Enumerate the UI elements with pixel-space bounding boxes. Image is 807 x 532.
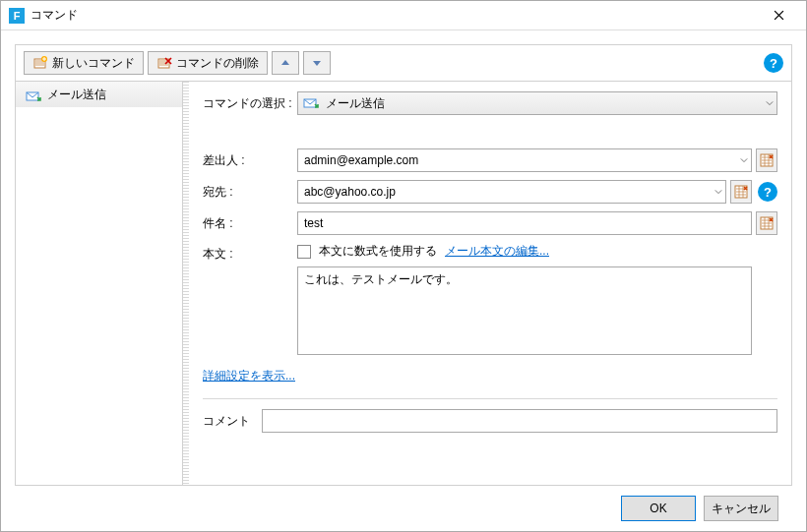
formula-icon xyxy=(760,153,774,167)
subject-formula-button[interactable] xyxy=(756,211,777,235)
formula-icon xyxy=(760,216,774,230)
footer: OK キャンセル xyxy=(15,486,792,521)
to-wrap xyxy=(297,180,726,204)
help-icon: ? xyxy=(764,185,772,200)
advanced-row: 詳細設定を表示... xyxy=(203,368,777,384)
comment-label: コメント xyxy=(203,413,262,430)
edit-body-link[interactable]: メール本文の編集... xyxy=(445,243,549,260)
sidebar-item-mail-send[interactable]: メール送信 xyxy=(16,82,182,107)
titlebar: F コマンド xyxy=(1,1,806,30)
fields-block: 差出人 : 宛先 : xyxy=(203,148,777,433)
body-textarea[interactable] xyxy=(297,266,752,355)
to-label: 宛先 : xyxy=(203,184,297,201)
command-select[interactable] xyxy=(297,91,777,115)
arrow-up-icon xyxy=(280,58,290,68)
separator xyxy=(203,398,777,399)
comment-row: コメント xyxy=(203,409,777,433)
sidebar: メール送信 xyxy=(16,82,183,485)
inner-panel: 新しいコマンド コマンドの削除 ? xyxy=(15,44,792,486)
delete-command-label: コマンドの削除 xyxy=(176,55,259,72)
close-button[interactable] xyxy=(759,2,798,30)
help-button[interactable]: ? xyxy=(764,53,783,73)
from-wrap xyxy=(297,148,752,172)
main-panel: コマンドの選択 : 差出人 xyxy=(189,82,791,485)
content-area: 新しいコマンド コマンドの削除 ? xyxy=(1,30,806,531)
new-command-icon xyxy=(32,55,48,71)
subject-row: 件名 : xyxy=(203,211,777,235)
to-help-button[interactable]: ? xyxy=(758,182,777,202)
body-split: メール送信 コマンドの選択 : xyxy=(16,81,791,485)
command-select-label: コマンドの選択 : xyxy=(203,95,297,112)
help-icon: ? xyxy=(770,56,777,71)
new-command-button[interactable]: 新しいコマンド xyxy=(24,51,144,75)
use-formula-label: 本文に数式を使用する xyxy=(319,243,437,260)
move-down-button[interactable] xyxy=(303,51,331,75)
command-select-wrap xyxy=(297,91,777,115)
advanced-link[interactable]: 詳細設定を表示... xyxy=(203,369,295,383)
app-icon: F xyxy=(9,8,25,24)
subject-input[interactable] xyxy=(297,211,752,235)
use-formula-checkbox[interactable] xyxy=(297,245,311,259)
mail-send-icon xyxy=(26,89,41,100)
body-controls: 本文に数式を使用する メール本文の編集... xyxy=(297,243,549,260)
new-command-label: 新しいコマンド xyxy=(52,55,135,72)
subject-wrap xyxy=(297,211,752,235)
window-title: コマンド xyxy=(31,7,78,24)
dialog-window: F コマンド 新しいコマンド コマンドの削除 xyxy=(0,0,807,532)
formula-icon xyxy=(734,185,748,199)
move-up-button[interactable] xyxy=(272,51,299,75)
from-input[interactable] xyxy=(297,148,752,172)
toolbar: 新しいコマンド コマンドの削除 ? xyxy=(16,45,791,81)
titlebar-left: F コマンド xyxy=(9,7,78,24)
arrow-down-icon xyxy=(312,58,322,68)
ok-button[interactable]: OK xyxy=(621,496,696,521)
from-row: 差出人 : xyxy=(203,148,777,172)
comment-input[interactable] xyxy=(262,409,777,433)
cancel-button[interactable]: キャンセル xyxy=(704,496,778,521)
subject-label: 件名 : xyxy=(203,215,297,232)
body-row: 本文 : 本文に数式を使用する メール本文の編集... xyxy=(203,243,777,263)
to-row: 宛先 : ? xyxy=(203,180,777,204)
to-formula-button[interactable] xyxy=(730,180,752,204)
body-label: 本文 : xyxy=(203,243,297,263)
to-input[interactable] xyxy=(297,180,726,204)
from-formula-button[interactable] xyxy=(756,148,777,172)
delete-command-button[interactable]: コマンドの削除 xyxy=(148,51,268,75)
mail-send-combo-icon xyxy=(303,95,319,111)
sidebar-item-label: メール送信 xyxy=(47,87,106,103)
from-label: 差出人 : xyxy=(203,152,297,169)
command-select-row: コマンドの選択 : xyxy=(203,91,777,115)
delete-command-icon xyxy=(156,55,172,71)
close-icon xyxy=(774,10,784,21)
